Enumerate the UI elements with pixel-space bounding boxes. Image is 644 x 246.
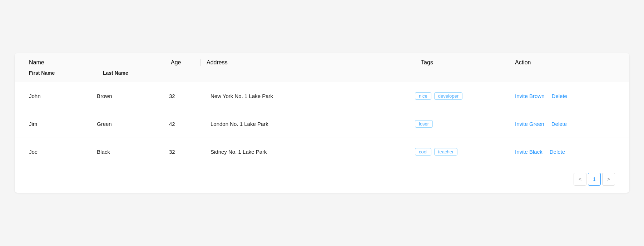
cell-action: Invite Black Delete: [515, 149, 615, 155]
cell-lastname: Black: [97, 149, 169, 155]
cell-age: 42: [169, 121, 210, 127]
name-group-header: Name: [29, 59, 165, 66]
tags-top-cell: Tags: [415, 59, 515, 66]
invite-button[interactable]: Invite Black: [515, 149, 543, 155]
tag-badge: developer: [434, 92, 462, 100]
table-header: Name Age Address Tags Action First Name: [15, 53, 629, 82]
delete-button[interactable]: Delete: [552, 93, 567, 99]
name-column-label: Name: [29, 59, 44, 65]
cell-address: London No. 1 Lake Park: [210, 121, 415, 127]
cell-firstname: Jim: [29, 121, 97, 127]
cell-tags: loser: [415, 120, 515, 128]
action-top-cell: Action: [515, 59, 615, 66]
age-divider: [165, 59, 165, 66]
cell-address: New York No. 1 Lake Park: [210, 93, 415, 99]
cell-lastname: Brown: [97, 93, 169, 99]
cell-age: 32: [169, 149, 210, 155]
delete-button[interactable]: Delete: [551, 121, 567, 127]
address-column-label: Address: [207, 59, 228, 66]
address-top-cell: Address: [200, 59, 415, 66]
cell-address: Sidney No. 1 Lake Park: [210, 149, 415, 155]
cell-lastname: Green: [97, 121, 169, 127]
next-page-button[interactable]: >: [602, 173, 615, 186]
table-row: John Brown 32 New York No. 1 Lake Park n…: [15, 82, 629, 110]
lastname-column-header: Last Name: [103, 70, 169, 76]
tag-badge: loser: [415, 120, 433, 128]
action-column-label: Action: [515, 59, 531, 65]
tag-badge: teacher: [434, 148, 457, 156]
invite-button[interactable]: Invite Brown: [515, 93, 545, 99]
tag-badge: cool: [415, 148, 431, 156]
data-table: Name Age Address Tags Action First Name: [15, 53, 629, 193]
table-body: John Brown 32 New York No. 1 Lake Park n…: [15, 82, 629, 166]
cell-action: Invite Brown Delete: [515, 93, 615, 99]
cell-tags: nicedeveloper: [415, 92, 515, 100]
current-page-button[interactable]: 1: [588, 173, 601, 186]
cell-age: 32: [169, 93, 210, 99]
firstname-column-header: First Name: [29, 70, 97, 76]
invite-button[interactable]: Invite Green: [515, 121, 544, 127]
cell-tags: coolteacher: [415, 148, 515, 156]
cell-firstname: John: [29, 93, 97, 99]
tags-column-label: Tags: [421, 59, 433, 66]
table-row: Jim Green 42 London No. 1 Lake Park lose…: [15, 110, 629, 138]
cell-firstname: Joe: [29, 149, 97, 155]
age-column-label: Age: [171, 59, 181, 66]
age-top-cell: Age: [165, 59, 200, 66]
tags-divider: [415, 59, 415, 66]
delete-button[interactable]: Delete: [550, 149, 565, 155]
pagination: < 1 >: [15, 166, 629, 193]
prev-page-button[interactable]: <: [574, 173, 586, 186]
tag-badge: nice: [415, 92, 431, 100]
address-divider: [200, 59, 201, 66]
name-sub-divider: [97, 69, 97, 77]
table-row: Joe Black 32 Sidney No. 1 Lake Park cool…: [15, 138, 629, 166]
header-row-sub: First Name Last Name: [15, 66, 629, 82]
header-row-top: Name Age Address Tags Action: [15, 53, 629, 66]
cell-action: Invite Green Delete: [515, 121, 615, 127]
